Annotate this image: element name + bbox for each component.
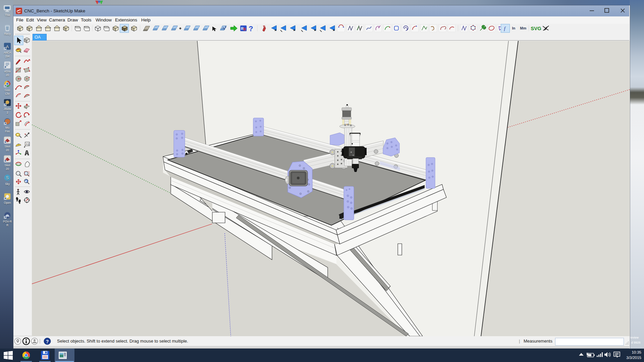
svg-text:B: B [243,27,246,31]
svg-text:A1: A1 [26,142,30,146]
svg-text:SVG: SVG [531,25,541,31]
svg-text:3: 3 [225,26,226,28]
svg-text:S: S [6,176,9,180]
svg-text:Mm: Mm [520,26,526,30]
svg-text:?: ? [46,339,49,344]
svg-text:In: In [512,26,515,30]
svg-text:?: ? [249,24,253,33]
